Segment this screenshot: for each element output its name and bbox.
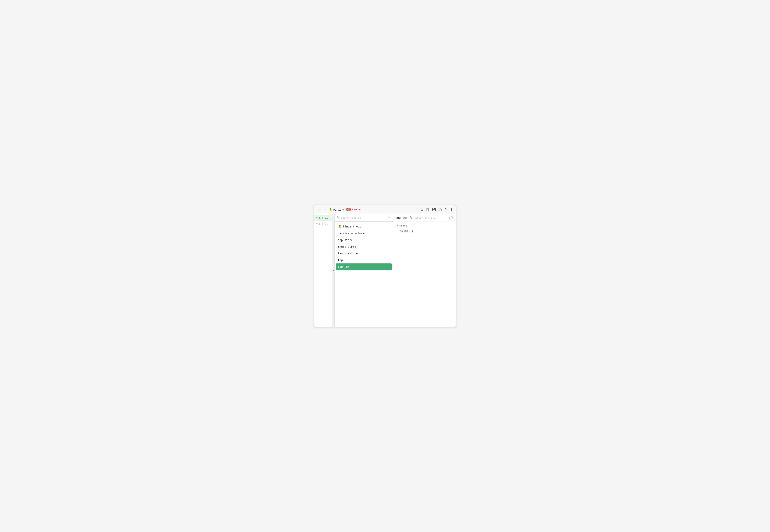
state-row-count: count: 0 — [396, 228, 452, 233]
state-colon: : — [408, 229, 412, 232]
store-root-label: Pinia (root) — [343, 225, 363, 228]
version-item-1[interactable]: ▼ 3.4.21 — [314, 215, 332, 221]
dropdown-arrow-icon[interactable]: ▼ — [342, 208, 344, 211]
forward-button[interactable]: → — [322, 208, 327, 212]
store-root-item[interactable]: 🍍 Pinia (root) — [335, 223, 393, 230]
version-item-2[interactable]: ▼ 3.4.21 — [314, 221, 332, 227]
main-content: ▼ 3.4.21 ▼ 3.4.21 ◀ 🔍 ✦ 🍍 Pinia (root) — [314, 214, 456, 327]
store-search-bar: 🔍 ✦ — [335, 214, 393, 222]
store-item-label: permission-store — [338, 232, 364, 235]
store-item-label: layout-store — [338, 252, 358, 255]
panel-collapse-handle[interactable]: ◀ — [332, 214, 335, 327]
state-section: state count: 0 — [396, 224, 452, 233]
store-item-permission-store[interactable]: permission-store — [335, 230, 393, 237]
version-number-2: 3.4.21 — [319, 222, 328, 225]
state-header: counter 🔍 🕐 — [393, 214, 456, 222]
pinia-root-icon: 🍍 — [338, 225, 342, 228]
store-item-layout-store[interactable]: layout-store — [335, 250, 393, 257]
state-section-header[interactable]: state — [396, 224, 452, 227]
toolbar-nav: ← → — [316, 208, 327, 212]
store-item-label: counter — [338, 265, 349, 268]
selected-store-name: counter — [395, 216, 408, 220]
back-button[interactable]: ← — [316, 208, 321, 212]
version-arrow-2: ▼ — [316, 223, 318, 225]
state-value-count: 0 — [412, 229, 413, 232]
version-arrow-1: ▼ — [316, 217, 318, 219]
filter-state-input[interactable] — [414, 216, 447, 219]
store-item-counter[interactable]: counter — [336, 263, 392, 270]
history-button[interactable]: 🕐 — [449, 215, 453, 220]
store-item-tag[interactable]: tag — [335, 257, 393, 263]
save-button[interactable]: 💾 — [432, 207, 437, 212]
section-collapse-icon — [396, 225, 398, 226]
state-content: state count: 0 — [393, 222, 456, 327]
store-panel: 🔍 ✦ 🍍 Pinia (root) permission-store app-… — [335, 214, 393, 327]
toolbar-actions: ⧉ 📋 💾 ▢ ↻ ⋮ — [420, 207, 454, 212]
select-pinia-label[interactable]: 选择Pinia — [346, 208, 360, 211]
plugin-name-label: Pinia — [333, 208, 342, 211]
search-icon: 🔍 — [337, 216, 340, 219]
store-item-label: tag — [338, 259, 343, 262]
version-number-1: 3.4.21 — [319, 216, 328, 219]
store-item-label: theme-store — [338, 245, 356, 248]
window-button[interactable]: ▢ — [438, 207, 442, 212]
filter-search-icon: 🔍 — [409, 216, 413, 219]
version-sidebar: ▼ 3.4.21 ▼ 3.4.21 — [314, 214, 332, 327]
store-item-app-store[interactable]: app-store — [335, 237, 393, 243]
pin-button[interactable]: ✦ — [388, 215, 391, 220]
filter-bar: 🔍 — [409, 216, 447, 219]
state-panel: counter 🔍 🕐 state count: 0 — [393, 214, 456, 327]
copy-button[interactable]: ⧉ — [420, 207, 423, 212]
toolbar-title: 🍍 Pinia ▼ 选择Pinia — [329, 208, 361, 211]
search-stores-input[interactable] — [341, 216, 386, 219]
pinia-icon: 🍍 — [329, 208, 333, 211]
store-item-theme-store[interactable]: theme-store — [335, 243, 393, 250]
state-key-count: count — [400, 229, 408, 232]
paste-button[interactable]: 📋 — [425, 207, 430, 212]
store-list: 🍍 Pinia (root) permission-store app-stor… — [335, 222, 393, 327]
refresh-button[interactable]: ↻ — [444, 207, 448, 212]
more-button[interactable]: ⋮ — [449, 207, 454, 212]
toolbar: ← → 🍍 Pinia ▼ 选择Pinia ⧉ 📋 💾 ▢ ↻ ⋮ — [314, 205, 456, 214]
section-name-label: state — [399, 224, 407, 227]
store-item-label: app-store — [338, 238, 353, 242]
devtools-window: ← → 🍍 Pinia ▼ 选择Pinia ⧉ 📋 💾 ▢ ↻ ⋮ ▼ 3.4.… — [314, 205, 456, 327]
